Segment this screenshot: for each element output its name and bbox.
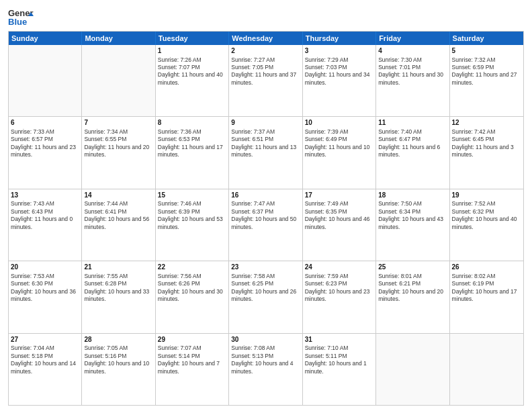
sunrise-text: Sunrise: 7:26 AM: [158, 56, 226, 64]
daylight-text: Daylight: 10 hours and 14 minutes.: [11, 360, 79, 375]
sunset-text: Sunset: 6:51 PM: [231, 136, 300, 143]
sunset-text: Sunset: 6:57 PM: [11, 136, 79, 143]
calendar-cell: 20Sunrise: 7:53 AMSunset: 6:30 PMDayligh…: [9, 261, 82, 332]
day-number: 17: [305, 191, 373, 200]
daylight-text: Daylight: 11 hours and 23 minutes.: [11, 144, 79, 159]
sunrise-text: Sunrise: 7:36 AM: [158, 128, 226, 136]
calendar-cell: 28Sunrise: 7:05 AMSunset: 5:16 PMDayligh…: [82, 334, 155, 405]
day-number: 3: [305, 46, 373, 56]
day-number: 25: [378, 263, 447, 272]
calendar-cell: 22Sunrise: 7:56 AMSunset: 6:26 PMDayligh…: [156, 261, 229, 332]
daylight-text: Daylight: 10 hours and 56 minutes.: [84, 216, 152, 231]
daylight-text: Daylight: 11 hours and 3 minutes.: [452, 144, 521, 159]
sunrise-text: Sunrise: 7:47 AM: [231, 200, 300, 208]
daylight-text: Daylight: 10 hours and 33 minutes.: [84, 288, 152, 304]
weekday-header-monday: Monday: [82, 32, 155, 45]
calendar-cell: 10Sunrise: 7:39 AMSunset: 6:49 PMDayligh…: [303, 117, 376, 188]
daylight-text: Daylight: 11 hours and 17 minutes.: [158, 144, 226, 159]
sunrise-text: Sunrise: 7:56 AM: [158, 273, 226, 280]
day-number: 8: [158, 118, 226, 128]
calendar-cell: 31Sunrise: 7:10 AMSunset: 5:11 PMDayligh…: [303, 334, 376, 405]
day-number: 29: [158, 335, 226, 345]
sunrise-text: Sunrise: 7:53 AM: [11, 273, 79, 280]
sunrise-text: Sunrise: 7:49 AM: [305, 200, 373, 208]
day-number: 20: [11, 263, 79, 272]
calendar-cell: 12Sunrise: 7:42 AMSunset: 6:45 PMDayligh…: [450, 117, 523, 188]
daylight-text: Daylight: 10 hours and 46 minutes.: [305, 216, 373, 231]
daylight-text: Daylight: 11 hours and 37 minutes.: [231, 71, 300, 87]
sunrise-text: Sunrise: 7:43 AM: [11, 200, 79, 208]
weekday-header-thursday: Thursday: [303, 32, 376, 45]
sunrise-text: Sunrise: 7:39 AM: [305, 128, 373, 136]
day-number: 16: [231, 191, 300, 200]
daylight-text: Daylight: 10 hours and 23 minutes.: [305, 288, 373, 304]
day-number: 11: [378, 118, 447, 128]
day-number: 24: [305, 263, 373, 272]
weekday-header-friday: Friday: [376, 32, 449, 45]
day-number: 10: [305, 118, 373, 128]
sunrise-text: Sunrise: 7:59 AM: [305, 273, 373, 280]
calendar-cell: 11Sunrise: 7:40 AMSunset: 6:47 PMDayligh…: [376, 117, 449, 188]
calendar-cell: 15Sunrise: 7:46 AMSunset: 6:39 PMDayligh…: [156, 189, 229, 261]
calendar-cell: 26Sunrise: 8:02 AMSunset: 6:19 PMDayligh…: [450, 261, 523, 332]
daylight-text: Daylight: 10 hours and 4 minutes.: [231, 360, 300, 375]
day-number: 22: [158, 263, 226, 272]
daylight-text: Daylight: 10 hours and 20 minutes.: [378, 288, 447, 304]
day-number: 28: [84, 335, 152, 345]
day-number: 9: [231, 118, 300, 128]
sunrise-text: Sunrise: 7:34 AM: [84, 128, 152, 136]
sunrise-text: Sunrise: 7:37 AM: [231, 128, 300, 136]
calendar-row: 27Sunrise: 7:04 AMSunset: 5:18 PMDayligh…: [9, 333, 523, 405]
sunset-text: Sunset: 5:13 PM: [231, 353, 300, 360]
calendar-cell: 3Sunrise: 7:29 AMSunset: 7:03 PMDaylight…: [303, 45, 376, 116]
sunset-text: Sunset: 6:37 PM: [231, 208, 300, 216]
daylight-text: Daylight: 10 hours and 40 minutes.: [452, 216, 521, 231]
sunset-text: Sunset: 5:16 PM: [84, 353, 152, 360]
calendar-row: 6Sunrise: 7:33 AMSunset: 6:57 PMDaylight…: [9, 116, 523, 188]
daylight-text: Daylight: 10 hours and 26 minutes.: [231, 288, 300, 304]
sunset-text: Sunset: 5:11 PM: [305, 353, 373, 360]
calendar-cell: 13Sunrise: 7:43 AMSunset: 6:43 PMDayligh…: [9, 189, 82, 261]
day-number: 19: [452, 191, 521, 200]
calendar-cell: 27Sunrise: 7:04 AMSunset: 5:18 PMDayligh…: [9, 334, 82, 405]
sunrise-text: Sunrise: 7:04 AM: [11, 345, 79, 352]
sunrise-text: Sunrise: 7:46 AM: [158, 200, 226, 208]
daylight-text: Daylight: 11 hours and 20 minutes.: [84, 144, 152, 159]
daylight-text: Daylight: 10 hours and 7 minutes.: [158, 360, 226, 375]
sunrise-text: Sunrise: 7:32 AM: [452, 56, 521, 64]
calendar-cell: 30Sunrise: 7:08 AMSunset: 5:13 PMDayligh…: [229, 334, 302, 405]
sunset-text: Sunset: 7:07 PM: [158, 64, 226, 71]
daylight-text: Daylight: 11 hours and 0 minutes.: [11, 216, 79, 231]
sunrise-text: Sunrise: 7:58 AM: [231, 273, 300, 280]
daylight-text: Daylight: 11 hours and 10 minutes.: [305, 144, 373, 159]
sunset-text: Sunset: 6:47 PM: [378, 136, 447, 143]
sunrise-text: Sunrise: 8:01 AM: [378, 273, 447, 280]
calendar-cell: 9Sunrise: 7:37 AMSunset: 6:51 PMDaylight…: [229, 117, 302, 188]
calendar-header: SundayMondayTuesdayWednesdayThursdayFrid…: [9, 32, 523, 45]
sunset-text: Sunset: 6:32 PM: [452, 208, 521, 216]
weekday-header-wednesday: Wednesday: [229, 32, 302, 45]
page-header: General Blue: [8, 7, 524, 28]
sunrise-text: Sunrise: 7:50 AM: [378, 200, 447, 208]
calendar-cell: 1Sunrise: 7:26 AMSunset: 7:07 PMDaylight…: [156, 45, 229, 116]
day-number: 13: [11, 191, 79, 200]
calendar-cell: 7Sunrise: 7:34 AMSunset: 6:55 PMDaylight…: [82, 117, 155, 188]
calendar-cell: 2Sunrise: 7:27 AMSunset: 7:05 PMDaylight…: [229, 45, 302, 116]
calendar-cell: 18Sunrise: 7:50 AMSunset: 6:34 PMDayligh…: [376, 189, 449, 261]
sunset-text: Sunset: 6:23 PM: [305, 280, 373, 287]
day-number: 18: [378, 191, 447, 200]
sunset-text: Sunset: 6:25 PM: [231, 280, 300, 287]
daylight-text: Daylight: 10 hours and 1 minute.: [305, 360, 373, 375]
sunset-text: Sunset: 6:59 PM: [452, 64, 521, 71]
day-number: 31: [305, 335, 373, 345]
calendar-cell: 6Sunrise: 7:33 AMSunset: 6:57 PMDaylight…: [9, 117, 82, 188]
sunrise-text: Sunrise: 7:33 AM: [11, 128, 79, 136]
calendar-cell: [82, 45, 155, 116]
sunset-text: Sunset: 6:43 PM: [11, 208, 79, 216]
day-number: 30: [231, 335, 300, 345]
daylight-text: Daylight: 11 hours and 6 minutes.: [378, 144, 447, 159]
calendar-cell: [376, 334, 449, 405]
day-number: 4: [378, 46, 447, 56]
svg-text:Blue: Blue: [8, 17, 27, 27]
calendar-body: 1Sunrise: 7:26 AMSunset: 7:07 PMDaylight…: [9, 45, 523, 405]
